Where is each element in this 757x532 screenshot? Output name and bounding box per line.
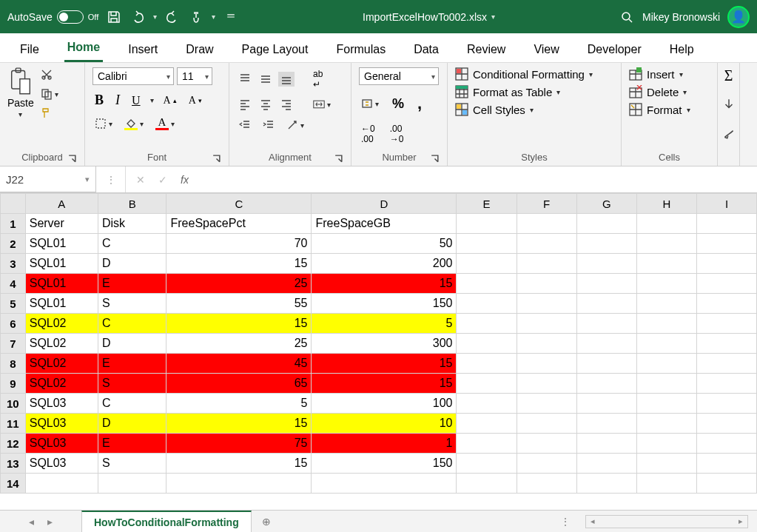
cell[interactable] (576, 214, 636, 234)
cell[interactable]: SQL03 (25, 454, 98, 474)
cell[interactable] (636, 294, 696, 314)
cell[interactable] (697, 234, 757, 254)
cell[interactable] (98, 474, 166, 494)
cell[interactable]: 70 (166, 234, 312, 254)
cell[interactable]: E (98, 354, 166, 374)
cell[interactable] (697, 254, 757, 274)
cell[interactable] (636, 254, 696, 274)
cell[interactable] (457, 254, 517, 274)
row-header[interactable]: 11 (1, 414, 26, 434)
cell[interactable]: S (98, 374, 166, 394)
spreadsheet-grid[interactable]: ABCDEFGHI 1ServerDiskFreeSpacePctFreeSpa… (0, 193, 757, 494)
tab-scroll-options-icon[interactable]: ⋮ (560, 516, 571, 528)
cell[interactable] (697, 394, 757, 414)
cell[interactable]: 15 (166, 414, 312, 434)
row-header[interactable]: 7 (1, 334, 26, 354)
cell[interactable]: 150 (312, 294, 457, 314)
cell[interactable]: 45 (166, 354, 312, 374)
underline-dropdown-icon[interactable]: ▾ (150, 96, 154, 104)
row-header[interactable]: 2 (1, 234, 26, 254)
cell[interactable]: C (98, 394, 166, 414)
cell[interactable]: S (98, 294, 166, 314)
column-header[interactable]: E (457, 194, 517, 214)
align-center-button[interactable] (258, 97, 274, 112)
cell-styles-button[interactable]: Cell Styles ▾ (455, 103, 593, 116)
cell[interactable]: D (98, 254, 166, 274)
row-header[interactable]: 3 (1, 254, 26, 274)
sheet-tab-active[interactable]: HowToConditionalFormatting (81, 511, 252, 532)
cell[interactable] (457, 274, 517, 294)
font-size-select[interactable]: 11 (177, 67, 212, 85)
cell[interactable] (576, 234, 636, 254)
row-header[interactable]: 1 (1, 214, 26, 234)
cell[interactable] (576, 434, 636, 454)
cell[interactable] (576, 474, 636, 494)
cell[interactable] (576, 374, 636, 394)
cell[interactable] (697, 434, 757, 454)
cell[interactable]: 150 (312, 454, 457, 474)
row-header[interactable]: 10 (1, 394, 26, 414)
cell[interactable]: 15 (312, 274, 457, 294)
column-header[interactable]: F (517, 194, 576, 214)
cell[interactable] (517, 234, 576, 254)
autosum-icon[interactable]: Σ (724, 67, 733, 84)
cell[interactable] (636, 274, 696, 294)
cell[interactable] (457, 374, 517, 394)
cell[interactable] (517, 274, 576, 294)
cell[interactable]: 65 (166, 374, 312, 394)
tab-data[interactable]: Data (411, 38, 442, 62)
cell[interactable] (697, 374, 757, 394)
format-as-table-button[interactable]: Format as Table ▾ (455, 85, 593, 98)
cell[interactable]: SQL02 (25, 354, 98, 374)
column-header[interactable]: I (697, 194, 757, 214)
copy-button[interactable]: ▾ (38, 87, 61, 101)
user-name[interactable]: Mikey Bronowski (642, 11, 720, 23)
row-header[interactable]: 13 (1, 454, 26, 474)
cell[interactable]: FreeSpaceGB (312, 214, 457, 234)
cell[interactable]: 5 (312, 314, 457, 334)
tab-developer[interactable]: Developer (585, 38, 645, 62)
cell[interactable]: 15 (312, 354, 457, 374)
cell[interactable]: E (98, 434, 166, 454)
row-header[interactable]: 12 (1, 434, 26, 454)
scroll-right-icon[interactable]: ▸ (734, 516, 747, 526)
insert-function-icon[interactable]: fx (181, 174, 189, 186)
wrap-text-button[interactable]: ab↵ (311, 67, 325, 91)
touch-dropdown-icon[interactable]: ▾ (212, 13, 215, 21)
enter-formula-icon[interactable]: ✓ (158, 174, 167, 186)
cell[interactable] (636, 474, 696, 494)
redo-icon[interactable] (164, 9, 181, 25)
font-color-button[interactable]: A▾ (153, 115, 177, 132)
cancel-formula-icon[interactable]: ✕ (136, 174, 145, 186)
align-left-button[interactable] (237, 97, 253, 112)
column-header[interactable]: G (576, 194, 636, 214)
cell[interactable] (697, 214, 757, 234)
cell[interactable]: 10 (312, 414, 457, 434)
fill-icon[interactable] (722, 98, 736, 113)
cell[interactable]: 15 (312, 374, 457, 394)
cell[interactable] (576, 294, 636, 314)
cell[interactable]: 15 (166, 454, 312, 474)
row-header[interactable]: 5 (1, 294, 26, 314)
cell[interactable] (636, 394, 696, 414)
tab-review[interactable]: Review (464, 38, 508, 62)
cell[interactable] (457, 454, 517, 474)
format-painter-button[interactable] (38, 106, 55, 121)
cell[interactable]: 15 (166, 314, 312, 334)
cell[interactable] (697, 294, 757, 314)
decrease-decimal-button[interactable]: .00→0 (388, 122, 406, 146)
cell[interactable] (697, 474, 757, 494)
cell[interactable] (636, 454, 696, 474)
column-header[interactable]: A (25, 194, 98, 214)
tab-help[interactable]: Help (667, 38, 697, 62)
column-header[interactable]: B (98, 194, 166, 214)
cell[interactable] (457, 314, 517, 334)
cell[interactable]: 300 (312, 334, 457, 354)
sheet-nav-next-icon[interactable]: ▸ (47, 516, 53, 528)
cell[interactable] (636, 434, 696, 454)
column-header[interactable]: D (312, 194, 457, 214)
cell[interactable]: 50 (312, 234, 457, 254)
autosave-toggle[interactable]: AutoSave Off (7, 10, 98, 24)
comma-format-button[interactable]: , (415, 92, 424, 115)
cell[interactable] (697, 274, 757, 294)
